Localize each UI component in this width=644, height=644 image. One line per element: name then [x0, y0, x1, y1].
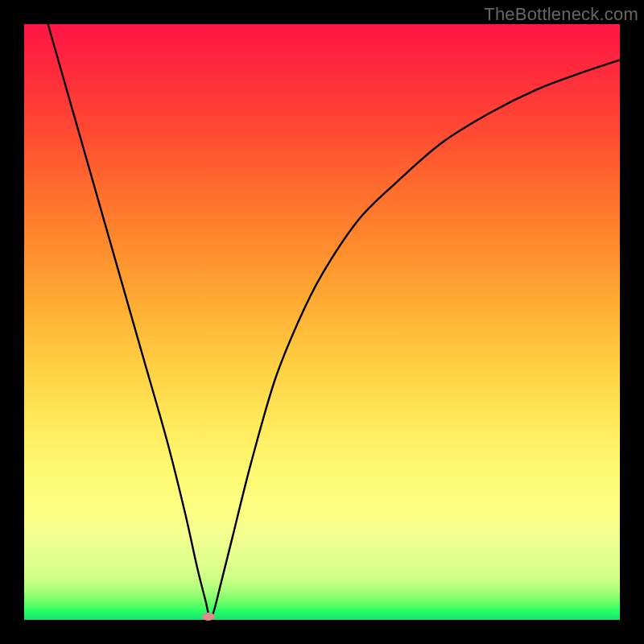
chart-frame: TheBottleneck.com	[0, 0, 644, 644]
plot-area	[24, 24, 620, 620]
watermark-text: TheBottleneck.com	[484, 4, 638, 25]
bottleneck-curve	[24, 24, 620, 620]
optimal-point-marker	[202, 613, 215, 621]
